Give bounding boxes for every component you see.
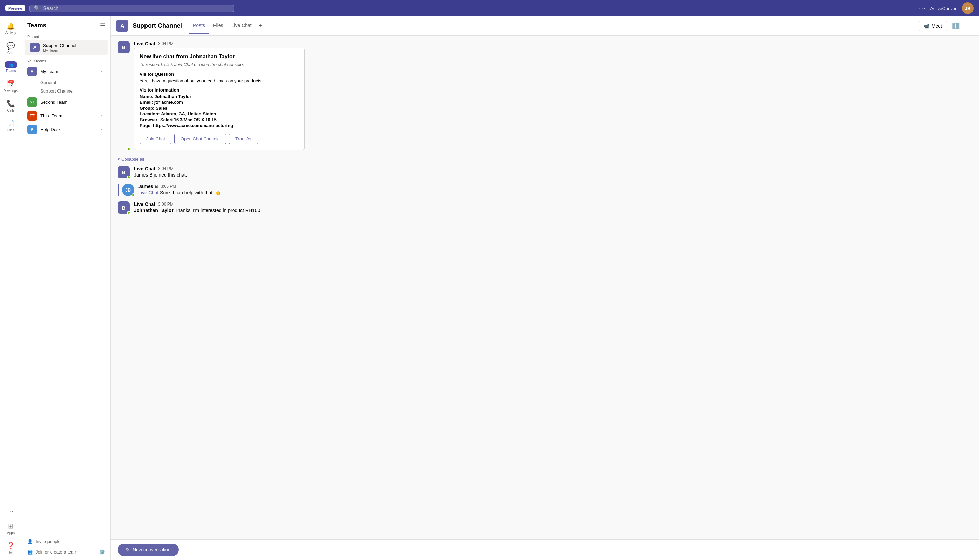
collapse-all-label: Collapse all [121, 157, 144, 162]
team-more-third-team[interactable]: ··· [99, 113, 105, 119]
email-value: jt@acme.com [154, 100, 183, 105]
location-value: Atlanta, GA, United States [161, 111, 216, 117]
transfer-button[interactable]: Transfer [229, 133, 258, 144]
channel-item-support[interactable]: Support Channel [22, 87, 110, 95]
icon-nav: 🔔 Activity 💬 Chat 👥 Teams 📅 Meetings 📞 C… [0, 17, 22, 560]
meetings-icon: 📅 [7, 80, 15, 88]
team-more-second-team[interactable]: ··· [99, 99, 105, 105]
sidebar: Teams ☰ Pinned A Support Channel My Team… [22, 17, 111, 560]
location-label: Location: [140, 111, 160, 117]
team-name-third-team: Third Team [40, 113, 96, 118]
channel-avatar: A [116, 20, 128, 32]
msg3-text: Johnathan Taylor Thanks! I'm interested … [134, 208, 972, 213]
sidebar-item-meetings[interactable]: 📅 Meetings [0, 77, 22, 95]
msg3-sender: Live Chat [134, 202, 155, 207]
activity-label: Activity [5, 31, 17, 35]
pinned-item-support-channel[interactable]: A Support Channel My Team [25, 40, 108, 55]
search-input[interactable] [43, 5, 230, 11]
join-label: Join or create a team [35, 549, 77, 555]
msg1-text: James B joined this chat. [134, 172, 972, 178]
visitor-group-row: Group: Sales [140, 105, 299, 111]
calls-icon: 📞 [7, 99, 15, 108]
visitor-page-row: Page: https://www.acme.com/manufacturing [140, 123, 299, 128]
team-item-second-team[interactable]: ST Second Team ··· [22, 95, 110, 109]
team-name-help-desk: Help Desk [40, 127, 96, 132]
sidebar-filter-icon[interactable]: ☰ [100, 22, 105, 29]
meet-label: Meet [932, 23, 942, 29]
team-name-my-team: My Team [40, 69, 96, 74]
team-more-my-team[interactable]: ··· [99, 68, 105, 75]
sidebar-item-more[interactable]: ··· [0, 504, 22, 518]
new-conv-label: New conversation [133, 547, 170, 552]
settings-icon[interactable]: ⚙️ [99, 549, 105, 555]
your-teams-label: Your teams [22, 56, 110, 65]
messages-area: B Live Chat 3:04 PM New live chat from J… [111, 35, 979, 539]
join-chat-button[interactable]: Join Chat [140, 133, 172, 144]
sidebar-item-teams[interactable]: 👥 Teams [0, 59, 22, 75]
team-more-help-desk[interactable]: ··· [99, 126, 105, 132]
livechat-tag-msg2[interactable]: Live Chat [138, 190, 158, 195]
sidebar-item-apps[interactable]: ⊞ Apps [0, 519, 22, 537]
join-team-item[interactable]: 👥 Join or create a team ⚙️ [25, 547, 108, 557]
card-subtitle: To respond, click Join Chat or open the … [140, 62, 299, 67]
tab-add-icon[interactable]: + [256, 20, 265, 32]
team-item-my-team[interactable]: A My Team ··· [22, 65, 110, 78]
msg1-header: Live Chat 3:04 PM [134, 166, 972, 172]
msg3-header: Live Chat 3:06 PM [134, 202, 972, 207]
pinned-avatar: A [30, 43, 40, 52]
more-icon: ··· [8, 507, 14, 515]
pinned-label: Pinned [22, 32, 110, 40]
chat-label: Chat [7, 51, 14, 55]
more-options-icon[interactable]: ··· [964, 20, 974, 32]
new-conversation-button[interactable]: ✎ New conversation [117, 543, 178, 556]
name-value: Johnathan Taylor [154, 94, 191, 99]
browser-label: Browser: [140, 117, 159, 122]
tab-posts[interactable]: Posts [189, 17, 209, 35]
message-group-2: JB James B 3:06 PM Live Chat Sure. I can… [117, 184, 972, 196]
msg2-sender: James B [138, 184, 158, 189]
notification-avatar-wrap: B [117, 41, 130, 150]
msg2-online [132, 193, 135, 197]
sidebar-header: Teams ☰ [22, 17, 110, 32]
msg2-time: 3:06 PM [161, 184, 176, 189]
user-avatar[interactable]: JB [962, 2, 974, 14]
msg2-content: James B 3:06 PM Live Chat Sure. I can he… [138, 184, 972, 196]
msg3-bold: Johnathan Taylor [134, 208, 173, 213]
invite-people-item[interactable]: 👤 Invite people [25, 536, 108, 547]
team-item-help-desk[interactable]: P Help Desk ··· [22, 123, 110, 136]
team-item-third-team[interactable]: TT Third Team ··· [22, 109, 110, 123]
meet-button[interactable]: 📹 Meet [919, 21, 947, 31]
sidebar-item-chat[interactable]: 💬 Chat [0, 39, 22, 57]
topbar-more-icon[interactable]: ··· [919, 5, 926, 12]
sidebar-item-help[interactable]: ❓ Help [0, 539, 22, 557]
topbar-right: ··· ActiveConvert JB [919, 2, 974, 14]
search-bar[interactable]: 🔍 [29, 5, 234, 12]
collapse-all[interactable]: ▾ Collapse all [117, 157, 972, 162]
tab-live-chat[interactable]: Live Chat [227, 17, 256, 35]
preview-badge: Preview [5, 5, 25, 11]
msg1-online [127, 175, 130, 179]
pinned-item-text: Support Channel My Team [43, 43, 77, 52]
notification-body: Live Chat 3:04 PM New live chat from Joh… [134, 41, 972, 150]
channel-item-general[interactable]: General [22, 78, 110, 87]
open-chat-console-button[interactable]: Open Chat Console [174, 133, 226, 144]
teams-label: Teams [6, 69, 16, 73]
topbar: Preview 🔍 ··· ActiveConvert JB [0, 0, 979, 17]
info-icon[interactable]: ℹ️ [950, 20, 962, 32]
apps-icon: ⊞ [8, 522, 14, 530]
sidebar-item-activity[interactable]: 🔔 Activity [0, 19, 22, 38]
collapse-chevron-icon: ▾ [117, 157, 120, 162]
chat-icon: 💬 [7, 42, 15, 50]
channel-header-right: 📹 Meet ℹ️ ··· [919, 20, 974, 32]
sidebar-item-files[interactable]: 📄 Files [0, 117, 22, 135]
page-label: Page: [140, 123, 152, 128]
notification-header: Live Chat 3:04 PM [134, 41, 972, 47]
msg1-content: Live Chat 3:04 PM James B joined this ch… [134, 166, 972, 178]
msg2-avatar-wrap: JB [122, 184, 134, 196]
visitor-question-section: Visitor Question Yes, I have a question … [140, 72, 299, 83]
email-label: Email: [140, 100, 153, 105]
team-avatar-help-desk: P [27, 125, 37, 134]
msg1-avatar-wrap: B [117, 166, 130, 178]
sidebar-item-calls[interactable]: 📞 Calls [0, 97, 22, 115]
tab-files[interactable]: Files [209, 17, 227, 35]
